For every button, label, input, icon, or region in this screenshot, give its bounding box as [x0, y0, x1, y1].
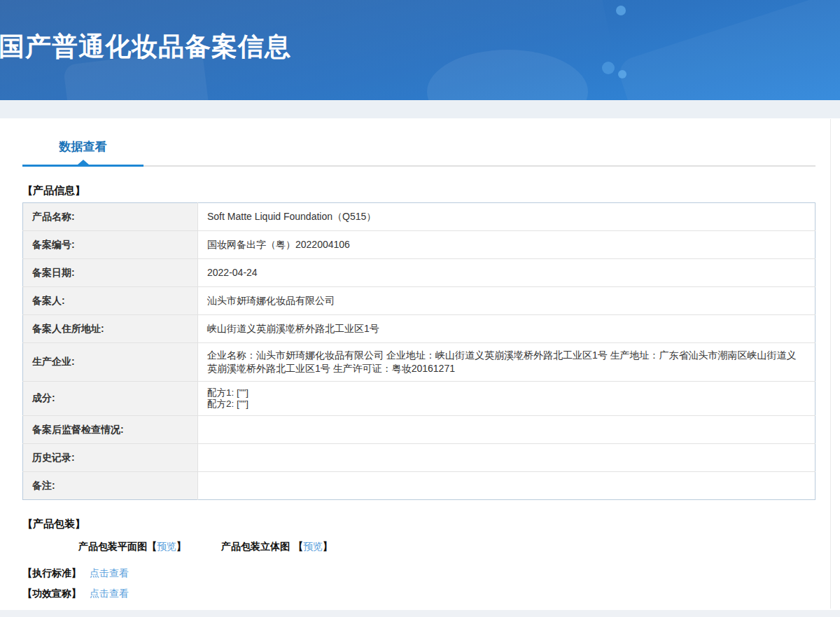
- row-value: [198, 472, 816, 500]
- table-row-history: 历史记录:: [23, 444, 816, 472]
- tab-data-view[interactable]: 数据查看: [22, 139, 144, 155]
- bracket: 】: [323, 541, 332, 552]
- row-label: 历史记录:: [23, 444, 198, 472]
- table-row-manufacturer: 生产企业: 企业名称：汕头市妍琦娜化妆品有限公司 企业地址：峡山街道义英崩溪墘桥…: [23, 343, 816, 382]
- row-label: 备注:: [23, 472, 198, 500]
- packaging-3d-preview-link[interactable]: 预览: [303, 541, 323, 552]
- header-decoration-dot: [616, 6, 626, 15]
- tab-rule: [22, 165, 816, 167]
- page-title: 国产普通化妆品备案信息: [0, 29, 291, 64]
- row-label: 备案人:: [23, 287, 198, 315]
- execution-standard-link[interactable]: 点击查看: [90, 567, 129, 578]
- row-value: [198, 416, 816, 444]
- table-row-ingredients: 成分: 配方1: [""] 配方2: [""]: [23, 382, 816, 416]
- header-decoration-blob: [615, 0, 840, 100]
- packaging-flat-item: 产品包装平面图【预览】: [78, 541, 186, 553]
- footer-strip: [0, 610, 840, 617]
- tab-active-underline: [22, 165, 144, 167]
- row-value: 汕头市妍琦娜化妆品有限公司: [198, 287, 816, 315]
- page-header: 国产普通化妆品备案信息: [0, 0, 840, 100]
- header-substrip: [0, 100, 840, 118]
- row-value: 国妆网备出字（粤）2022004106: [198, 231, 816, 259]
- packaging-section-title: 【产品包装】: [22, 518, 816, 531]
- page: 国产普通化妆品备案信息 数据查看 【产品信息】 产品名称: Soft Matte…: [0, 0, 840, 617]
- table-row-filing-date: 备案日期: 2022-04-24: [23, 259, 816, 287]
- table-row-filer: 备案人: 汕头市妍琦娜化妆品有限公司: [23, 287, 816, 315]
- header-decoration-dot: [602, 62, 615, 74]
- packaging-row: 产品包装平面图【预览】 产品包装立体图【预览】: [22, 541, 816, 553]
- row-label: 备案编号:: [23, 231, 198, 259]
- row-label: 成分:: [23, 382, 198, 416]
- row-value: 企业名称：汕头市妍琦娜化妆品有限公司 企业地址：峡山街道义英崩溪墘桥外路北工业区…: [198, 343, 816, 382]
- efficacy-claim-label: 【功效宣称】: [22, 588, 81, 599]
- packaging-flat-label: 产品包装平面图: [78, 541, 147, 552]
- row-value: 峡山街道义英崩溪墘桥外路北工业区1号: [198, 315, 816, 343]
- row-label: 产品名称:: [23, 203, 198, 231]
- row-label: 生产企业:: [23, 343, 198, 382]
- header-decoration-dot: [618, 70, 626, 78]
- bracket: 【: [293, 541, 303, 552]
- table-row-product-name: 产品名称: Soft Matte Liquid Foundation（Q515）: [23, 203, 816, 231]
- packaging-3d-label: 产品包装立体图: [221, 541, 290, 552]
- main-content: 数据查看 【产品信息】 产品名称: Soft Matte Liquid Foun…: [0, 139, 840, 600]
- table-row-filer-address: 备案人住所地址: 峡山街道义英崩溪墘桥外路北工业区1号: [23, 315, 816, 343]
- efficacy-claim-link[interactable]: 点击查看: [90, 588, 129, 599]
- product-info-section-title: 【产品信息】: [22, 184, 816, 197]
- efficacy-claim-row: 【功效宣称】点击查看: [22, 588, 816, 600]
- packaging-flat-preview-link[interactable]: 预览: [157, 541, 176, 552]
- row-value: 配方1: [""] 配方2: [""]: [198, 382, 816, 416]
- table-row-remarks: 备注:: [23, 472, 816, 500]
- row-label: 备案人住所地址:: [23, 315, 198, 343]
- table-row-supervision: 备案后监督检查情况:: [23, 416, 816, 444]
- bracket: 】: [176, 541, 186, 552]
- row-value: Soft Matte Liquid Foundation（Q515）: [198, 203, 816, 231]
- execution-standard-label: 【执行标准】: [22, 567, 81, 578]
- table-row-filing-number: 备案编号: 国妆网备出字（粤）2022004106: [23, 231, 816, 259]
- tab-caret-icon: [78, 160, 89, 165]
- row-label: 备案日期:: [23, 259, 198, 287]
- bracket: 【: [147, 541, 157, 552]
- row-label: 备案后监督检查情况:: [23, 416, 198, 444]
- product-info-table: 产品名称: Soft Matte Liquid Foundation（Q515）…: [22, 202, 816, 500]
- tab-bar: 数据查看: [22, 139, 816, 167]
- tab-data-view-label: 数据查看: [59, 140, 107, 153]
- row-value: [198, 444, 816, 472]
- scrollbar-track[interactable]: [830, 119, 831, 609]
- row-value: 2022-04-24: [198, 259, 816, 287]
- packaging-3d-item: 产品包装立体图【预览】: [221, 541, 332, 553]
- execution-standard-row: 【执行标准】点击查看: [22, 567, 816, 580]
- tab-divider-line: [144, 165, 816, 167]
